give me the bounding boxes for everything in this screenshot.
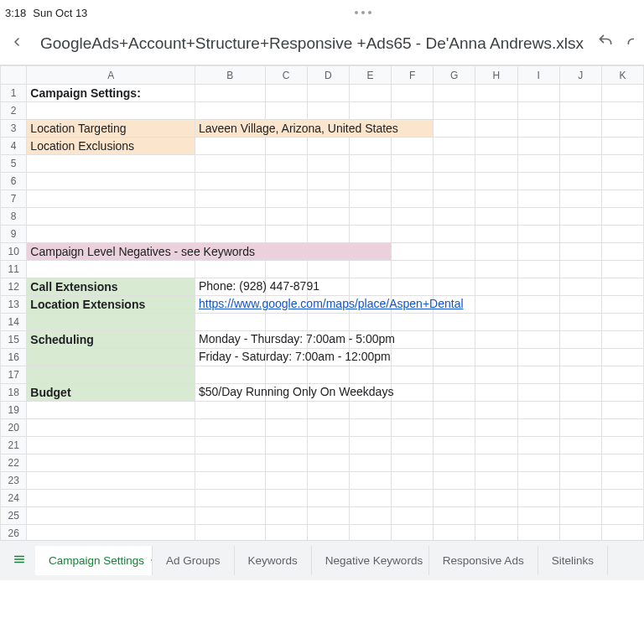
redo-button[interactable] [626, 33, 634, 54]
cell[interactable] [195, 173, 265, 190]
cell[interactable] [559, 472, 601, 490]
cell[interactable] [349, 226, 391, 243]
cell[interactable] [307, 173, 349, 190]
cell[interactable] [265, 208, 307, 226]
cell[interactable] [601, 384, 643, 402]
cell[interactable] [27, 366, 195, 384]
cell[interactable]: Laveen Village, Arizona, United States [195, 120, 433, 138]
cell[interactable] [434, 525, 475, 541]
cell[interactable] [307, 472, 349, 490]
cell[interactable] [349, 155, 391, 173]
column-header[interactable]: F [392, 66, 434, 85]
sheet-tab[interactable]: Negative Keywords [312, 546, 429, 575]
hyperlink[interactable]: https://www.google.com/maps/place/Aspen+… [199, 297, 464, 310]
cell[interactable] [517, 472, 559, 490]
cell[interactable] [475, 208, 517, 226]
cell[interactable] [392, 138, 434, 155]
cell[interactable] [265, 507, 307, 525]
cell[interactable] [559, 138, 601, 155]
cell[interactable] [392, 208, 434, 226]
cell[interactable] [195, 419, 265, 437]
cell[interactable] [392, 454, 434, 472]
cell[interactable] [195, 525, 265, 541]
sheet-tab[interactable]: Ad Groups [153, 546, 235, 575]
cell[interactable] [195, 208, 265, 226]
cell[interactable] [307, 454, 349, 472]
cell[interactable] [559, 190, 601, 208]
cell[interactable] [475, 454, 517, 472]
cell[interactable] [517, 454, 559, 472]
cell[interactable] [559, 419, 601, 437]
cell[interactable] [559, 331, 601, 349]
cell[interactable] [517, 525, 559, 541]
cell[interactable] [517, 384, 559, 402]
cell[interactable] [601, 366, 643, 384]
corner-cell[interactable] [1, 66, 27, 85]
cell[interactable] [517, 314, 559, 331]
back-button[interactable] [5, 30, 29, 56]
cell[interactable] [265, 226, 307, 243]
cell[interactable] [601, 314, 643, 331]
cell[interactable] [307, 437, 349, 454]
cell[interactable] [434, 155, 475, 173]
cell[interactable] [559, 402, 601, 419]
cell[interactable] [265, 490, 307, 507]
cell[interactable] [307, 366, 349, 384]
cell[interactable] [434, 437, 475, 454]
cell[interactable] [517, 85, 559, 102]
row-header[interactable]: 10 [1, 243, 27, 261]
row-header[interactable]: 1 [1, 85, 27, 102]
cell[interactable] [307, 155, 349, 173]
cell[interactable] [434, 261, 475, 278]
cell[interactable] [195, 366, 265, 384]
cell[interactable] [265, 155, 307, 173]
cell[interactable] [349, 208, 391, 226]
cell[interactable] [601, 243, 643, 261]
cell[interactable] [265, 261, 307, 278]
cell[interactable] [559, 155, 601, 173]
cell[interactable] [392, 349, 434, 366]
cell[interactable] [265, 138, 307, 155]
cell[interactable] [601, 490, 643, 507]
cell[interactable] [601, 102, 643, 120]
row-header[interactable]: 9 [1, 226, 27, 243]
cell[interactable] [392, 507, 434, 525]
cell[interactable] [265, 173, 307, 190]
cell[interactable] [559, 120, 601, 138]
document-title[interactable]: GoogleAds+Account+Structure+Responsive +… [40, 34, 585, 53]
cell[interactable] [349, 261, 391, 278]
sheet-tab[interactable]: Keywords [235, 546, 312, 575]
column-header[interactable]: G [434, 66, 475, 85]
cell[interactable] [517, 437, 559, 454]
cell[interactable] [601, 85, 643, 102]
cell[interactable]: Campaign Level Negatives - see Keywords [27, 243, 392, 261]
cell[interactable] [27, 349, 195, 366]
cell[interactable] [517, 419, 559, 437]
cell[interactable] [265, 102, 307, 120]
cell[interactable] [195, 226, 265, 243]
cell[interactable] [434, 366, 475, 384]
cell[interactable] [349, 190, 391, 208]
cell[interactable] [349, 366, 391, 384]
undo-button[interactable] [597, 33, 614, 54]
cell[interactable] [392, 278, 434, 296]
cell[interactable]: Monday - Thursday: 7:00am - 5:00pm [195, 331, 265, 349]
cell[interactable] [392, 102, 434, 120]
cell[interactable] [392, 402, 434, 419]
cell[interactable] [307, 261, 349, 278]
cell[interactable] [434, 208, 475, 226]
cell[interactable] [475, 384, 517, 402]
row-header[interactable]: 5 [1, 155, 27, 173]
cell[interactable]: https://www.google.com/maps/place/Aspen+… [195, 296, 265, 314]
cell[interactable] [434, 314, 475, 331]
cell[interactable] [392, 243, 434, 261]
cell[interactable] [559, 349, 601, 366]
all-sheets-button[interactable] [5, 548, 34, 573]
cell[interactable] [349, 314, 391, 331]
cell[interactable] [434, 85, 475, 102]
cell[interactable] [195, 454, 265, 472]
spreadsheet-grid[interactable]: ABCDEFGHIJK 1Campaign Settings:23Locatio… [0, 65, 644, 540]
row-header[interactable]: 20 [1, 419, 27, 437]
cell[interactable] [392, 261, 434, 278]
cell[interactable] [475, 102, 517, 120]
